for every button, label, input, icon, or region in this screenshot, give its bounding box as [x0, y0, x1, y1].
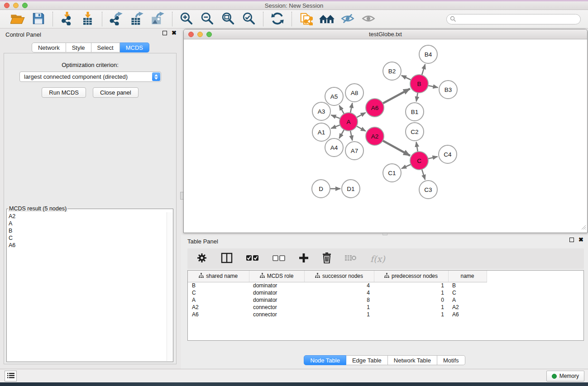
cell-predecessor-nodes[interactable]: 0 — [374, 296, 448, 304]
close-table-panel-icon[interactable]: ✖ — [578, 238, 583, 242]
result-scrollbar[interactable] — [167, 212, 172, 361]
network-window-titlebar[interactable]: testGlobe.txt — [184, 29, 587, 39]
cell-successor-nodes[interactable]: 1 — [304, 311, 374, 318]
cell-predecessor-nodes[interactable]: 1 — [374, 289, 448, 296]
edge-C-C2[interactable] — [416, 142, 418, 152]
node-B1[interactable]: B1 — [406, 103, 424, 121]
home-views-button[interactable] — [317, 11, 336, 27]
float-panel-icon[interactable] — [163, 31, 167, 35]
cell-name[interactable]: A — [448, 296, 487, 304]
node-A6[interactable]: A6 — [366, 99, 384, 117]
result-item[interactable]: A2 — [7, 213, 166, 220]
column-view-button[interactable] — [221, 253, 233, 265]
table-row[interactable]: Cdominator41C — [188, 289, 487, 296]
export-table-button[interactable] — [128, 11, 147, 27]
result-item[interactable]: A — [7, 220, 166, 227]
cell-MCDS-role[interactable]: dominator — [249, 282, 304, 289]
cell-name[interactable]: C — [448, 289, 487, 296]
node-A5[interactable]: A5 — [325, 87, 343, 105]
node-B3[interactable]: B3 — [439, 81, 457, 99]
edge-A-A7[interactable] — [350, 131, 352, 141]
tab-motifs[interactable]: Motifs — [437, 355, 465, 365]
resize-grip-icon[interactable] — [580, 224, 586, 232]
cell-MCDS-role[interactable]: connector — [249, 304, 304, 311]
cell-shared-name[interactable]: B — [188, 282, 249, 289]
node-C3[interactable]: C3 — [419, 181, 437, 199]
tab-style[interactable]: Style — [66, 43, 91, 52]
column-header-predecessor-nodes[interactable]: predecessor nodes — [374, 271, 448, 282]
edge-A-A5[interactable] — [339, 105, 344, 114]
memory-button[interactable]: Memory — [546, 371, 584, 381]
export-network-button[interactable] — [107, 11, 126, 27]
zoom-fit-button[interactable] — [219, 11, 238, 27]
criterion-select[interactable]: largest connected component (directed) — [19, 71, 161, 82]
table-row[interactable]: A2connector11A2 — [188, 304, 487, 311]
node-C1[interactable]: C1 — [383, 164, 401, 182]
zoom-in-button[interactable] — [177, 11, 196, 27]
import-network-button[interactable] — [57, 11, 76, 27]
node-B4[interactable]: B4 — [419, 45, 437, 63]
zoom-window-button[interactable] — [22, 3, 28, 8]
edge-B-B1[interactable] — [416, 93, 418, 102]
cell-name[interactable]: A6 — [448, 311, 487, 318]
edge-A-A2[interactable] — [357, 126, 366, 131]
column-header-shared-name[interactable]: shared name — [188, 271, 249, 282]
edge-B-B2[interactable] — [402, 76, 411, 80]
zoom-out-button[interactable] — [198, 11, 217, 27]
tab-edge-table[interactable]: Edge Table — [346, 355, 388, 365]
open-file-button[interactable] — [8, 11, 27, 27]
cell-predecessor-nodes[interactable]: 1 — [374, 311, 448, 318]
cell-MCDS-role[interactable]: dominator — [249, 296, 304, 304]
node-A[interactable]: A — [339, 113, 358, 131]
column-header-name[interactable]: name — [448, 271, 487, 282]
node-B[interactable]: B — [410, 75, 428, 93]
cell-successor-nodes[interactable]: 4 — [304, 282, 374, 289]
result-item[interactable]: A6 — [7, 242, 166, 249]
mcds-result-list[interactable]: A2ABCA6 — [7, 213, 166, 361]
edge-A-A6[interactable] — [357, 113, 366, 118]
close-window-button[interactable] — [4, 3, 10, 8]
task-history-button[interactable] — [5, 371, 17, 381]
clone-network-button[interactable] — [296, 11, 316, 27]
cell-predecessor-nodes[interactable]: 1 — [374, 304, 448, 311]
table-settings-button[interactable] — [196, 253, 207, 265]
edge-B-B3[interactable] — [428, 86, 438, 87]
node-A8[interactable]: A8 — [345, 84, 363, 102]
node-A7[interactable]: A7 — [345, 142, 363, 160]
node-C[interactable]: C — [410, 152, 428, 170]
export-image-button[interactable] — [148, 11, 167, 27]
cell-successor-nodes[interactable]: 1 — [304, 304, 374, 311]
fx-button[interactable]: f(x) — [370, 254, 385, 264]
cell-shared-name[interactable]: A2 — [188, 304, 249, 311]
node-C2[interactable]: C2 — [406, 123, 424, 141]
node-C4[interactable]: C4 — [439, 145, 457, 163]
edge-C-C4[interactable] — [428, 157, 438, 159]
node-A2[interactable]: A2 — [366, 127, 384, 145]
cell-predecessor-nodes[interactable]: 1 — [374, 282, 448, 289]
deselect-all-button[interactable] — [272, 255, 285, 262]
table-row[interactable]: Bdominator41B — [188, 282, 487, 289]
import-table-button[interactable] — [78, 11, 97, 27]
tab-mcds[interactable]: MCDS — [120, 43, 149, 52]
cell-shared-name[interactable]: A6 — [188, 311, 249, 318]
close-panel-icon[interactable]: ✖ — [172, 31, 177, 35]
delete-table-button[interactable] — [345, 254, 357, 263]
zoom-network-window-button[interactable] — [206, 32, 212, 37]
node-D1[interactable]: D1 — [342, 180, 360, 198]
node-A4[interactable]: A4 — [325, 138, 343, 157]
tab-network-table[interactable]: Network Table — [388, 355, 437, 365]
node-B2[interactable]: B2 — [383, 62, 401, 80]
minimize-network-window-button[interactable] — [197, 32, 203, 37]
close-network-window-button[interactable] — [188, 32, 194, 37]
select-all-button[interactable] — [246, 255, 259, 262]
edge-A-A3[interactable] — [331, 115, 340, 119]
tab-select[interactable]: Select — [91, 43, 120, 52]
cell-successor-nodes[interactable]: 8 — [304, 296, 374, 304]
edge-A-A8[interactable] — [350, 103, 352, 113]
edge-C-C1[interactable] — [402, 164, 411, 168]
table-row[interactable]: A6connector11A6 — [188, 311, 487, 318]
cell-name[interactable]: B — [448, 282, 487, 289]
node-A1[interactable]: A1 — [312, 123, 330, 141]
hide-eye-button[interactable] — [338, 11, 357, 27]
column-header-MCDS-role[interactable]: MCDS role — [249, 271, 304, 282]
